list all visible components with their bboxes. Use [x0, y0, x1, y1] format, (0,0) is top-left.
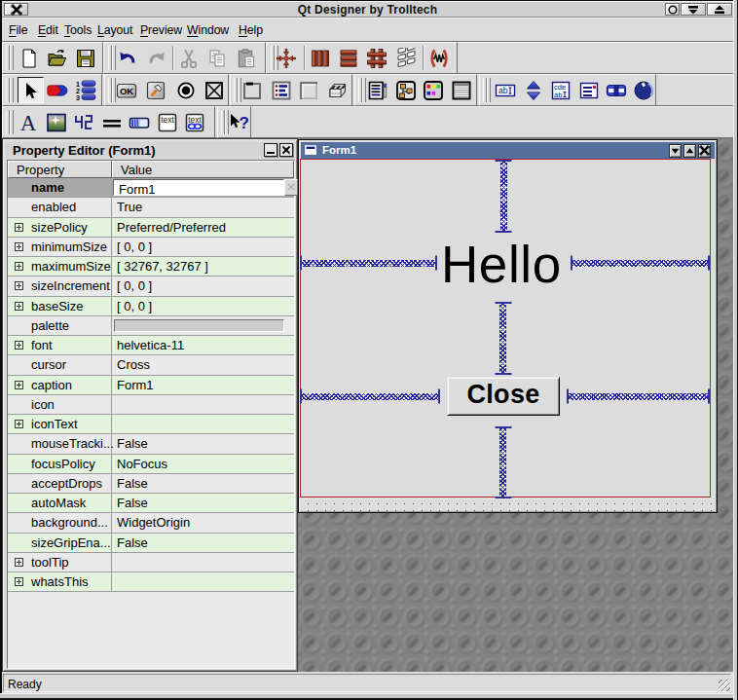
table-button[interactable]: [421, 78, 446, 103]
dial-button[interactable]: [631, 78, 656, 103]
hello-label[interactable]: Hello: [441, 240, 560, 289]
expand-icon[interactable]: [15, 281, 23, 290]
property-row-iconText[interactable]: iconText: [8, 415, 294, 434]
copy-button[interactable]: [204, 46, 230, 71]
toolbar-handle[interactable]: [10, 110, 14, 134]
menu-file[interactable]: File: [9, 23, 27, 37]
column-header-value[interactable]: Value: [112, 161, 294, 178]
break-layout-button[interactable]: [393, 46, 419, 71]
column-header-property[interactable]: Property: [8, 161, 112, 178]
text-edit-button[interactable]: [548, 78, 573, 103]
property-row-acceptDrops[interactable]: acceptDropsFalse: [8, 474, 294, 494]
spin-box-button[interactable]: [521, 78, 546, 103]
combo-box-button[interactable]: [576, 78, 602, 103]
lcd-number-button[interactable]: [71, 110, 96, 135]
property-row-icon[interactable]: icon: [8, 395, 294, 415]
horizontal-spacer-close-left[interactable]: [301, 393, 439, 400]
frame-button[interactable]: [296, 78, 321, 103]
line-button[interactable]: [99, 110, 125, 135]
property-row-autoMask[interactable]: autoMaskFalse: [8, 494, 294, 513]
vertical-spacer-top[interactable]: [500, 161, 507, 232]
check-box-button[interactable]: [202, 78, 227, 103]
pixmap-label-button[interactable]: [44, 110, 69, 135]
form-window[interactable]: Form1 Hello Close: [298, 139, 718, 513]
menu-help[interactable]: Help: [239, 23, 263, 37]
form-titlebar[interactable]: Form1: [301, 142, 715, 159]
new-file-button[interactable]: [17, 46, 42, 71]
form-canvas[interactable]: Hello Close: [300, 159, 715, 510]
property-row-toolTip[interactable]: toolTip: [8, 553, 294, 572]
vertical-spacer-bottom[interactable]: [499, 427, 506, 497]
slider-button[interactable]: [604, 78, 629, 103]
window-unshade-button[interactable]: [707, 3, 732, 16]
property-row-name[interactable]: nameForm1✕: [8, 178, 294, 198]
property-row-cursor[interactable]: cursorCross: [8, 355, 294, 375]
form-shade-button[interactable]: [669, 144, 682, 158]
property-editor-close-button[interactable]: [279, 143, 293, 157]
horizontal-spacer-hello-right[interactable]: [572, 260, 709, 267]
property-row-whatsThis[interactable]: whatsThis: [8, 572, 294, 592]
property-row-caption[interactable]: captionForm1: [8, 376, 294, 395]
whats-this-button[interactable]: [226, 110, 251, 135]
expand-icon[interactable]: [15, 262, 23, 271]
menu-edit[interactable]: Edit: [38, 23, 58, 37]
expand-icon[interactable]: [15, 302, 23, 311]
property-row-sizeIncrement[interactable]: sizeIncrement[ 0, 0 ]: [8, 276, 294, 296]
tab-order-button[interactable]: [73, 78, 98, 103]
menu-preview[interactable]: Preview: [140, 23, 182, 37]
property-row-font[interactable]: fonthelvetica-11: [8, 336, 294, 355]
radio-button-button[interactable]: [173, 78, 199, 103]
property-row-palette[interactable]: palette: [8, 316, 294, 336]
open-file-button[interactable]: [45, 46, 70, 71]
property-row-minimumSize[interactable]: minimumSize[ 0, 0 ]: [8, 238, 294, 257]
property-editor-minimize-button[interactable]: [264, 143, 277, 157]
tool-button-button[interactable]: [143, 78, 168, 103]
vertical-spacer-middle[interactable]: [499, 303, 506, 374]
expand-icon[interactable]: [15, 381, 23, 389]
menu-layout[interactable]: Layout: [97, 23, 132, 37]
property-editor-titlebar[interactable]: Property Editor (Form1): [6, 142, 294, 159]
layout-horizontal-button[interactable]: [308, 46, 333, 71]
form-unshade-button[interactable]: [683, 144, 696, 158]
paste-button[interactable]: [234, 46, 259, 71]
expand-icon[interactable]: [15, 577, 23, 586]
expand-icon[interactable]: [15, 223, 23, 232]
data-table-button[interactable]: [449, 78, 474, 103]
property-row-mouseTracki[interactable]: mouseTracki...False: [8, 434, 294, 454]
text-view-button[interactable]: [155, 110, 180, 135]
expand-icon[interactable]: [15, 420, 23, 428]
toolbar-handle[interactable]: [10, 46, 14, 70]
save-file-button[interactable]: [73, 46, 98, 71]
cut-button[interactable]: [176, 46, 202, 71]
toolbar-handle[interactable]: [487, 78, 491, 102]
layout-vertical-button[interactable]: [336, 46, 361, 71]
window-shade-button[interactable]: [681, 3, 706, 16]
property-row-background[interactable]: background...WidgetOrigin: [8, 513, 294, 533]
window-sticky-button[interactable]: [665, 3, 680, 16]
menu-tools[interactable]: Tools: [64, 23, 92, 37]
name-value-input[interactable]: Form1: [113, 179, 284, 196]
progress-bar-button[interactable]: [127, 110, 152, 135]
property-row-focusPolicy[interactable]: focusPolicyNoFocus: [8, 455, 294, 474]
horizontal-spacer-hello-left[interactable]: [301, 260, 436, 267]
menu-window[interactable]: Window: [187, 23, 229, 37]
list-view-button[interactable]: [365, 78, 390, 103]
property-row-enabled[interactable]: enabledTrue: [8, 198, 294, 217]
property-row-sizePolicy[interactable]: sizePolicyPreferred/Preferred: [8, 218, 294, 238]
expand-icon[interactable]: [15, 341, 23, 350]
add-spacer-button[interactable]: [426, 46, 452, 71]
property-row-baseSize[interactable]: baseSize[ 0, 0 ]: [8, 297, 294, 316]
line-edit-button[interactable]: [493, 78, 518, 103]
button-group-button[interactable]: [240, 78, 265, 103]
expand-icon[interactable]: [15, 558, 23, 567]
pointer-button[interactable]: [18, 77, 44, 103]
adjust-size-button[interactable]: [274, 46, 299, 71]
text-label-button[interactable]: [16, 110, 41, 135]
horizontal-spacer-close-right[interactable]: [568, 393, 709, 400]
text-browser-button[interactable]: [182, 110, 207, 135]
close-pushbutton[interactable]: Close: [447, 377, 560, 416]
expand-icon[interactable]: [15, 242, 23, 251]
palette-preview[interactable]: [114, 319, 284, 332]
property-row-maximumSize[interactable]: maximumSize[ 32767, 32767 ]: [8, 257, 294, 276]
list-box-button[interactable]: [269, 78, 294, 103]
